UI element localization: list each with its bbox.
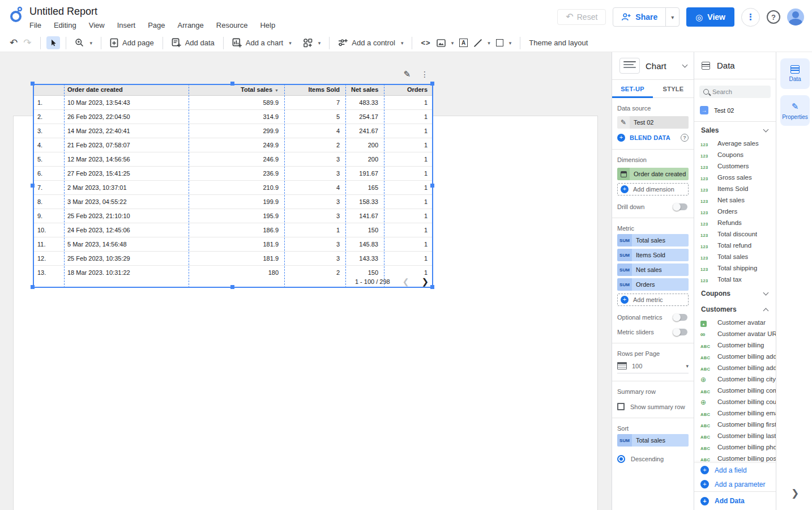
field-item[interactable]: Customer billing first ... — [694, 419, 776, 430]
rail-tab-data[interactable]: Data — [780, 58, 810, 89]
summary-row-checkbox[interactable] — [617, 403, 625, 410]
menu-item[interactable]: File — [29, 21, 41, 29]
column-header-net-sales[interactable]: Net sales — [345, 86, 384, 93]
embed-url-button[interactable]: <> — [418, 36, 433, 49]
field-item[interactable]: Customers — [694, 160, 776, 172]
help-circle-icon[interactable]: ? — [681, 134, 689, 142]
data-source-chip[interactable]: ✎ Test 02 — [617, 116, 689, 129]
metric-chip[interactable]: SUM Items Sold — [617, 249, 689, 261]
add-data-button-footer[interactable]: + Add Data — [694, 492, 776, 510]
edit-pencil-icon[interactable]: ✎ — [617, 116, 630, 129]
field-item[interactable]: Coupons — [694, 149, 776, 160]
selection-handle[interactable] — [31, 285, 35, 289]
sort-metric-chip[interactable]: SUM Total sales — [617, 434, 689, 447]
field-item[interactable]: Net sales — [694, 194, 776, 206]
metric-chip[interactable]: SUM Orders — [617, 278, 689, 291]
collapse-panel-icon[interactable]: ❯ — [791, 487, 799, 499]
table-row[interactable]: 2. 26 Feb 2023, 22:04:50 314.9 5 254.17 … — [33, 110, 433, 124]
menu-item[interactable]: Resource — [216, 21, 248, 29]
field-item[interactable]: Customer billing com... — [694, 385, 776, 396]
zoom-tool-button[interactable]: ▾ — [72, 36, 96, 50]
rail-tab-properties[interactable]: ✎ Properties — [780, 95, 810, 126]
previous-page-icon[interactable]: ❮ — [403, 277, 409, 286]
field-item[interactable]: Customer avatar URL — [694, 328, 776, 339]
user-avatar[interactable] — [787, 8, 804, 26]
metric-chip[interactable]: SUM Net sales — [617, 264, 689, 276]
menu-item[interactable]: View — [89, 21, 105, 29]
menu-item[interactable]: Page — [148, 21, 165, 29]
add-image-button[interactable]: ▾ — [434, 37, 457, 49]
add-dimension-button[interactable]: + Add dimension — [617, 183, 689, 196]
add-parameter-button[interactable]: + Add a parameter — [694, 477, 776, 491]
field-item[interactable]: Total tax — [694, 274, 776, 285]
descending-radio[interactable] — [617, 455, 625, 463]
drill-down-toggle[interactable] — [673, 203, 687, 210]
field-item[interactable]: Total sales — [694, 251, 776, 262]
field-item[interactable]: Customer billing coun... — [694, 396, 776, 407]
selection-handle[interactable] — [430, 184, 434, 188]
table-row[interactable]: 4. 21 Feb 2023, 07:58:07 249.9 2 200 1 — [33, 138, 433, 152]
field-item[interactable]: Customer billing addr... — [694, 351, 776, 362]
search-input[interactable] — [712, 88, 763, 95]
column-header-items-sold[interactable]: Items Sold — [284, 86, 345, 93]
table-row[interactable]: 9. 25 Feb 2023, 21:10:10 195.9 3 141.67 … — [33, 209, 433, 223]
field-item[interactable]: Orders — [694, 206, 776, 217]
table-chart[interactable]: ✎ ⋮ Order date created Total sales▼ Item… — [33, 84, 433, 288]
menu-item[interactable]: Editing — [54, 21, 76, 29]
selection-handle[interactable] — [31, 184, 35, 188]
field-item[interactable]: Items Sold — [694, 183, 776, 194]
tab-setup[interactable]: SET-UP — [612, 80, 653, 97]
column-header-orders[interactable]: Orders — [384, 86, 433, 93]
add-page-button[interactable]: Add page — [107, 36, 157, 50]
undo-button[interactable]: ↶ — [7, 35, 20, 51]
section-sales[interactable]: Sales — [694, 122, 776, 138]
field-item[interactable]: Customer billing addr... — [694, 362, 776, 373]
menu-item[interactable]: Insert — [117, 21, 136, 29]
blend-data-button[interactable]: + BLEND DATA ? — [617, 134, 689, 142]
share-button[interactable]: Share — [613, 8, 665, 26]
optional-metrics-toggle[interactable] — [673, 314, 687, 321]
table-row[interactable]: 1. 10 Mar 2023, 13:54:43 589.9 7 483.33 … — [33, 96, 433, 110]
table-row[interactable]: 7. 2 Mar 2023, 10:37:01 210.9 4 165 1 — [33, 181, 433, 195]
edit-chart-icon[interactable]: ✎ — [403, 69, 411, 79]
chart-more-options-icon[interactable]: ⋮ — [421, 70, 429, 79]
selection-handle[interactable] — [230, 82, 234, 86]
column-header-date[interactable]: Order date created — [64, 86, 189, 93]
field-item[interactable]: Customer billing phone — [694, 441, 776, 453]
add-data-button[interactable]: Add data — [169, 36, 217, 50]
table-row[interactable]: 8. 3 Mar 2023, 04:55:22 199.9 3 158.33 1 — [33, 195, 433, 209]
menu-item[interactable]: Arrange — [178, 21, 204, 29]
dimension-chip[interactable]: Order date created — [617, 168, 689, 180]
field-item[interactable]: Customer billing — [694, 339, 776, 351]
help-button[interactable]: ? — [767, 10, 780, 24]
field-item[interactable]: Customer billing last ... — [694, 430, 776, 441]
more-options-button[interactable]: ⋮ — [741, 8, 760, 27]
add-line-button[interactable]: ▾ — [471, 36, 493, 49]
add-metric-button[interactable]: + Add metric — [617, 294, 689, 306]
select-tool-button[interactable] — [46, 36, 60, 49]
reset-button[interactable]: ↶ Reset — [557, 9, 606, 25]
table-row[interactable]: 13. 18 Mar 2023, 10:31:22 180 2 150 1 — [33, 266, 433, 275]
section-coupons[interactable]: Coupons — [694, 285, 776, 301]
view-button[interactable]: ◎ View — [686, 7, 734, 27]
field-item[interactable]: Customer billing city — [694, 373, 776, 385]
selection-handle[interactable] — [430, 285, 434, 289]
metric-chip[interactable]: SUM Total sales — [617, 234, 689, 246]
tab-style[interactable]: STYLE — [653, 80, 694, 97]
add-control-button[interactable]: Add a control ▾ — [335, 36, 406, 49]
community-visualizations-button[interactable]: ▾ — [300, 36, 324, 50]
add-text-button[interactable]: A — [456, 36, 471, 49]
chart-type-selector[interactable]: Chart — [612, 52, 694, 79]
selection-handle[interactable] — [430, 82, 434, 86]
add-field-button[interactable]: + Add a field — [694, 463, 776, 477]
field-item[interactable]: Average sales — [694, 138, 776, 149]
field-item[interactable]: Total discount — [694, 228, 776, 240]
section-customers[interactable]: Customers — [694, 301, 776, 317]
rows-per-page-select[interactable]: 100 ▾ — [617, 362, 689, 373]
field-search[interactable] — [699, 86, 771, 98]
table-row[interactable]: 11. 5 Mar 2023, 14:56:48 181.9 3 145.83 … — [33, 237, 433, 252]
selection-handle[interactable] — [31, 82, 35, 86]
data-source-row[interactable]: → Test 02 — [694, 98, 776, 121]
share-dropdown-caret[interactable]: ▾ — [665, 8, 679, 26]
metric-sliders-toggle[interactable] — [673, 329, 687, 335]
